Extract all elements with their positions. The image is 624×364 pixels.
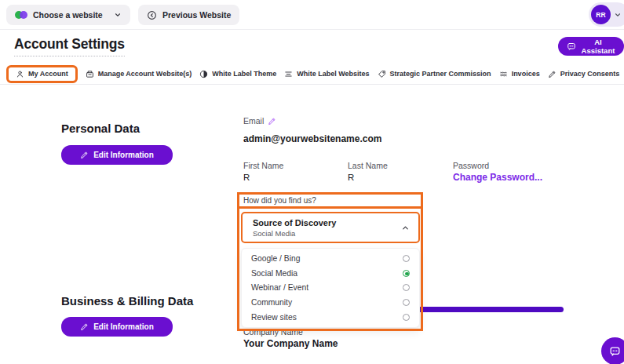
source-of-discovery-select[interactable]: Source of Discovery Social Media (241, 212, 420, 243)
select-title: Source of Discovery (253, 218, 336, 228)
radio-icon[interactable] (403, 255, 410, 262)
previous-website-label: Previous Website (162, 10, 231, 20)
business-edit-information-button[interactable]: Edit Information (61, 317, 173, 337)
tab-label: Strategic Partner Commission (390, 70, 491, 78)
edit-information-label: Edit Information (93, 322, 154, 331)
purple-progress-bar (417, 307, 564, 312)
tab-privacy-consents[interactable]: Privacy Consents (548, 70, 620, 78)
choose-website-label: Choose a website (33, 10, 103, 20)
ai-assistant-label: AI Assistant (581, 38, 615, 55)
top-bar: Choose a website Previous Website RR (0, 0, 624, 30)
last-name-value: R (348, 173, 354, 182)
arrow-left-circle-icon (147, 10, 157, 20)
option-label: Community (251, 298, 292, 307)
business-billing-heading: Business & Billing Data (61, 294, 193, 308)
settings-tab-bar: My Account Manage Account Website(s) Whi… (6, 64, 619, 83)
option-social-media[interactable]: Social Media (242, 269, 419, 278)
option-label: Review sites (251, 313, 297, 322)
company-name-label: Company Name (243, 327, 303, 337)
divider (0, 84, 624, 85)
option-google-bing[interactable]: Google / Bing (242, 254, 419, 263)
option-community[interactable]: Community (242, 298, 419, 307)
tab-label: My Account (28, 70, 68, 78)
layers-icon (499, 70, 508, 78)
option-webinar-event[interactable]: Webinar / Event (242, 283, 419, 292)
choose-website-dropdown[interactable]: Choose a website (6, 5, 130, 25)
radio-icon[interactable] (403, 284, 410, 291)
edit-information-label: Edit Information (93, 151, 154, 159)
email-value: admin@yourwebsitename.com (243, 133, 381, 144)
tab-label: Invoices (512, 70, 540, 78)
email-label: Email (243, 116, 276, 126)
chevron-up-icon (401, 224, 410, 232)
archive-icon (86, 70, 94, 78)
pencil-icon (80, 322, 89, 331)
personal-data-heading: Personal Data (61, 122, 140, 135)
radio-icon[interactable] (403, 299, 410, 306)
option-review-sites[interactable]: Review sites (242, 313, 419, 322)
first-name-value: R (243, 173, 250, 182)
select-texts: Source of Discovery Social Media (243, 218, 336, 238)
edit-email-pencil-icon[interactable] (268, 117, 276, 126)
radio-icon[interactable] (403, 270, 410, 277)
tab-white-label-theme[interactable]: White Label Theme (199, 70, 276, 78)
company-name-value: Your Company Name (243, 338, 338, 349)
select-current-value: Social Media (253, 229, 336, 238)
tab-label: Manage Account Website(s) (98, 70, 192, 78)
pencil-icon (80, 151, 89, 159)
contrast-icon (199, 70, 208, 78)
tab-my-account[interactable]: My Account (6, 65, 78, 83)
radio-icon[interactable] (403, 314, 410, 321)
chevron-down-icon (114, 11, 122, 19)
discovery-options-panel: Google / Bing Social Media Webinar / Eve… (241, 248, 420, 328)
password-label: Password (453, 161, 489, 170)
account-menu[interactable]: RR (589, 2, 624, 27)
tab-manage-account-websites[interactable]: Manage Account Website(s) (86, 70, 192, 78)
tab-label: White Label Theme (212, 70, 276, 78)
chat-icon (567, 42, 576, 51)
chevron-down-icon (614, 11, 622, 19)
how-did-you-find-us-label: How did you find us? (243, 196, 316, 205)
previous-website-button[interactable]: Previous Website (138, 5, 239, 25)
option-label: Social Media (251, 269, 297, 278)
first-name-label: First Name (243, 161, 283, 170)
last-name-label: Last Name (348, 161, 388, 170)
account-settings-page: Choose a website Previous Website RR Acc… (0, 0, 624, 364)
page-title: Account Settings (14, 36, 125, 56)
ai-assistant-button[interactable]: AI Assistant (558, 37, 624, 56)
site-logo-icon (15, 10, 27, 20)
tab-strategic-partner-commission[interactable]: Strategic Partner Commission (378, 70, 491, 78)
chat-widget-button[interactable] (601, 337, 624, 364)
person-icon (16, 70, 24, 78)
lines-icon (284, 70, 293, 78)
option-label: Webinar / Event (251, 283, 308, 292)
option-label: Google / Bing (251, 254, 300, 263)
tab-label: White Label Websites (297, 70, 369, 78)
avatar: RR (591, 5, 611, 24)
tab-invoices[interactable]: Invoices (499, 70, 540, 78)
annotation-underline (237, 206, 423, 209)
personal-edit-information-button[interactable]: Edit Information (61, 145, 173, 165)
tag-icon (378, 70, 386, 78)
tab-label: Privacy Consents (560, 70, 620, 78)
change-password-link[interactable]: Change Password... (453, 172, 542, 183)
chat-icon (609, 345, 621, 357)
tab-white-label-websites[interactable]: White Label Websites (284, 70, 369, 78)
pencil-icon (548, 70, 556, 78)
